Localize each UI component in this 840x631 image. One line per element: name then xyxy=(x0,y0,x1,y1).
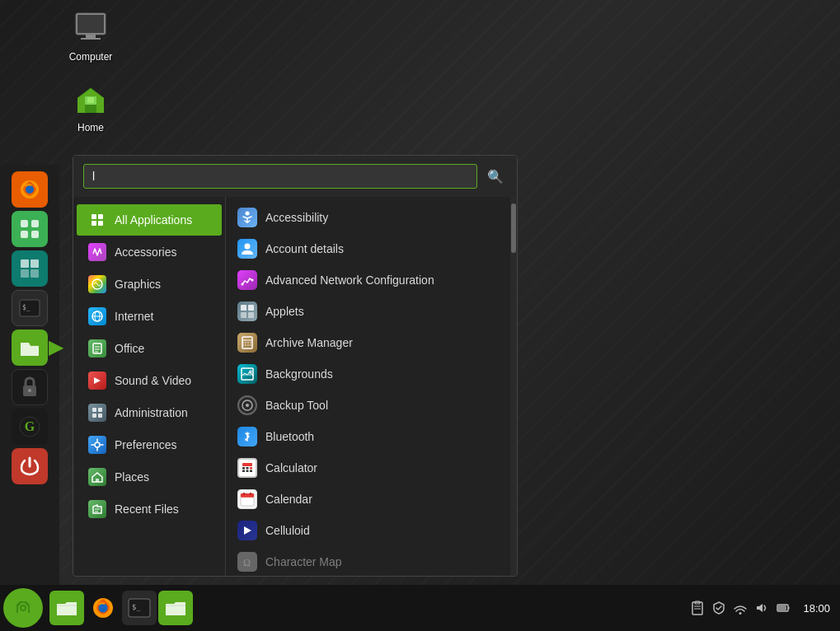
svg-rect-15 xyxy=(21,269,29,278)
app-item-network[interactable]: Advanced Network Configuration xyxy=(226,264,510,296)
category-all-applications[interactable]: All Applications xyxy=(77,204,222,236)
app-icon-bluetooth xyxy=(237,427,257,446)
accessories-icon xyxy=(88,243,106,261)
bottom-icon-folder1[interactable] xyxy=(49,591,84,625)
category-sound-video-label: Sound & Video xyxy=(115,374,191,387)
computer-icon-label: Computer xyxy=(69,51,113,63)
svg-rect-68 xyxy=(250,467,252,470)
green-arrow-indicator: ▶ xyxy=(49,337,63,358)
app-label-archive: Archive Manager xyxy=(265,336,353,349)
app-label-calculator: Calculator xyxy=(265,461,317,474)
svg-text:G: G xyxy=(25,419,35,433)
svg-rect-66 xyxy=(242,467,245,470)
svg-rect-26 xyxy=(98,221,103,226)
bottom-icon-terminal[interactable]: $_ xyxy=(122,591,157,625)
computer-icon xyxy=(71,8,110,48)
internet-icon xyxy=(88,307,106,325)
menu-body: All Applications Accessories Graphi xyxy=(73,197,517,576)
scroll-thumb[interactable] xyxy=(511,203,516,253)
desktop-icon-computer[interactable]: Computer xyxy=(58,8,124,63)
svg-rect-14 xyxy=(31,259,39,268)
app-icon-archive xyxy=(237,333,257,353)
taskbar-icon-apps[interactable] xyxy=(12,211,48,247)
home-folder-icon xyxy=(71,79,110,119)
svg-rect-71 xyxy=(250,470,252,473)
svg-rect-24 xyxy=(98,214,103,219)
office-icon xyxy=(88,339,106,358)
svg-rect-6 xyxy=(87,97,94,103)
mint-menu-button[interactable] xyxy=(3,588,43,628)
category-accessories-label: Accessories xyxy=(115,245,176,259)
app-icon-calendar xyxy=(237,489,257,509)
bottom-icon-firefox[interactable] xyxy=(86,591,120,625)
bottom-icon-folder2[interactable] xyxy=(158,591,193,625)
category-graphics[interactable]: Graphics xyxy=(77,269,222,300)
bottom-icons: $_ xyxy=(46,591,193,625)
category-all-label: All Applications xyxy=(115,213,192,227)
svg-rect-73 xyxy=(241,493,254,498)
svg-point-50 xyxy=(242,283,244,286)
svg-rect-13 xyxy=(21,259,29,268)
categories-panel: All Applications Accessories Graphi xyxy=(73,197,226,576)
tray-icon-clipboard[interactable] xyxy=(689,600,706,616)
svg-rect-39 xyxy=(98,414,102,418)
svg-point-40 xyxy=(95,442,100,447)
svg-marker-35 xyxy=(94,377,101,384)
preferences-icon xyxy=(88,436,106,454)
desktop-icon-home[interactable]: Home xyxy=(58,79,124,133)
app-item-account[interactable]: Account details xyxy=(226,233,510,264)
app-icon-applets xyxy=(237,301,257,321)
app-icon-celluloid xyxy=(237,521,257,540)
search-button[interactable]: 🔍 xyxy=(484,166,507,188)
category-preferences[interactable]: Preferences xyxy=(77,429,222,460)
category-accessories[interactable]: Accessories xyxy=(77,236,222,268)
taskbar-icon-files[interactable]: ▶ xyxy=(12,330,48,366)
taskbar-left: $_ ▶ G xyxy=(0,165,59,585)
svg-rect-38 xyxy=(92,414,96,418)
search-input[interactable] xyxy=(83,164,477,189)
app-item-calendar[interactable]: Calendar xyxy=(226,484,510,515)
app-item-accessibility[interactable]: Accessibility xyxy=(226,202,510,233)
category-office[interactable]: Office xyxy=(77,333,222,364)
tray-icon-volume[interactable] xyxy=(753,600,770,616)
category-places[interactable]: Places xyxy=(77,461,222,493)
taskbar-bottom: $_ xyxy=(0,585,840,631)
graphics-icon xyxy=(88,275,106,293)
tray-icon-shield[interactable] xyxy=(711,600,727,616)
app-item-celluloid[interactable]: Celluloid xyxy=(226,515,510,546)
category-recent-files[interactable]: Recent Files xyxy=(77,493,222,525)
taskbar-icon-terminal[interactable]: $_ xyxy=(12,290,48,326)
app-item-backup[interactable]: Backup Tool xyxy=(226,390,510,421)
taskbar-icon-grammarly[interactable]: G xyxy=(12,409,48,445)
app-item-archive[interactable]: Archive Manager xyxy=(226,327,510,358)
svg-rect-53 xyxy=(248,305,254,311)
app-item-backgrounds[interactable]: Backgrounds xyxy=(226,358,510,390)
app-label-applets: Applets xyxy=(265,305,304,318)
app-label-accessibility: Accessibility xyxy=(265,211,328,224)
category-administration[interactable]: Administration xyxy=(77,397,222,428)
svg-rect-12 xyxy=(31,231,39,238)
svg-marker-91 xyxy=(757,604,763,612)
svg-point-20 xyxy=(28,389,31,392)
taskbar-icon-power[interactable] xyxy=(12,448,48,484)
app-icon-calculator xyxy=(237,458,257,478)
app-label-bluetooth: Bluetooth xyxy=(265,430,314,443)
app-item-charmap[interactable]: Ω Character Map xyxy=(226,546,510,576)
svg-point-61 xyxy=(249,370,252,373)
taskbar-icon-lock[interactable] xyxy=(12,369,48,405)
category-sound-video[interactable]: Sound & Video xyxy=(77,365,222,396)
recent-files-icon xyxy=(88,500,106,518)
tray-icon-battery[interactable] xyxy=(775,600,791,616)
app-item-bluetooth[interactable]: Bluetooth xyxy=(226,421,510,452)
app-label-account: Account details xyxy=(265,242,344,255)
app-item-applets[interactable]: Applets xyxy=(226,296,510,327)
app-item-calculator[interactable]: Calculator xyxy=(226,452,510,484)
taskbar-icon-firefox[interactable] xyxy=(12,171,48,208)
taskbar-icon-shelves[interactable] xyxy=(12,250,48,287)
category-internet[interactable]: Internet xyxy=(77,301,222,332)
desktop-icons-area: Computer Home xyxy=(58,8,124,133)
svg-point-81 xyxy=(21,606,25,610)
svg-point-49 xyxy=(245,244,251,250)
tray-icon-network[interactable] xyxy=(732,600,748,616)
home-icon-label: Home xyxy=(77,122,104,133)
